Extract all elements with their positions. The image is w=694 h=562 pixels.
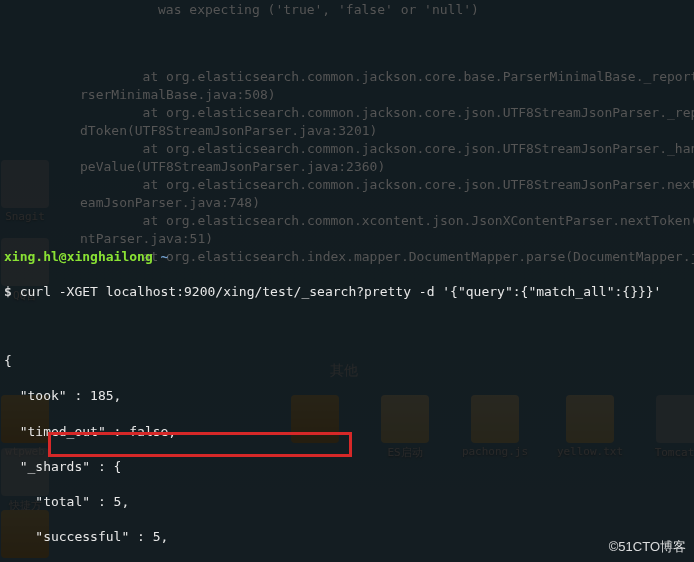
output-line: "took" : 185, (4, 387, 690, 405)
stacktrace-ghost: at org.elasticsearch.common.jackson.core… (80, 68, 694, 86)
stacktrace-ghost: dToken(UTF8StreamJsonParser.java:3201) (80, 122, 377, 140)
stacktrace-ghost: at org.elasticsearch.common.jackson.core… (80, 104, 694, 122)
stacktrace-ghost: rserMinimalBase.java:508) (80, 86, 276, 104)
output-line: "timed_out" : false, (4, 423, 690, 441)
prompt-path: ~ (161, 249, 169, 264)
stacktrace-ghost: at org.elasticsearch.common.jackson.core… (80, 176, 694, 194)
stacktrace-ghost: peValue(UTF8StreamJsonParser.java:2360) (80, 158, 385, 176)
stacktrace-ghost: ntParser.java:51) (80, 230, 213, 248)
stacktrace-ghost: at org.elasticsearch.common.jackson.core… (80, 140, 694, 158)
output-line: "successful" : 5, (4, 528, 690, 546)
prompt-symbol: $ (4, 284, 12, 299)
stacktrace-ghost: was expecting ('true', 'false' or 'null'… (158, 1, 479, 19)
output-line: "_shards" : { (4, 458, 690, 476)
terminal-window[interactable]: was expecting ('true', 'false' or 'null'… (0, 0, 694, 562)
stacktrace-ghost: eamJsonParser.java:748) (80, 194, 260, 212)
prompt-user: xing.hl (4, 249, 59, 264)
watermark: ©51CTO博客 (609, 538, 686, 556)
stacktrace-ghost: at org.elasticsearch.common.xcontent.jso… (80, 212, 694, 230)
output-line: "total" : 5, (4, 493, 690, 511)
prompt-at: @ (59, 249, 67, 264)
prompt-host: xinghailong (67, 249, 153, 264)
output-line: { (4, 352, 690, 370)
command-line[interactable]: curl -XGET localhost:9200/xing/test/_sea… (20, 284, 662, 299)
